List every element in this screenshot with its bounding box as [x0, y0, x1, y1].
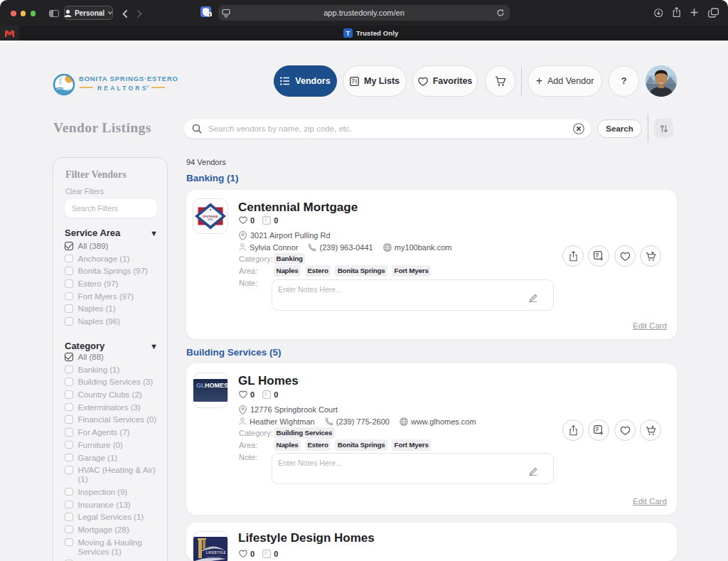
svg-text:®: ® [146, 85, 149, 89]
svg-text:CENTENNIAL: CENTENNIAL [202, 215, 219, 218]
svg-text:DESIGN HOMES: DESIGN HOMES [207, 556, 221, 558]
svg-text:HOMES: HOMES [205, 382, 228, 389]
svg-text:REALTORS: REALTORS [97, 85, 149, 92]
svg-text:BONITA SPRINGS·ESTERO: BONITA SPRINGS·ESTERO [79, 75, 178, 82]
svg-text:LIFESTYLE: LIFESTYLE [206, 551, 226, 555]
svg-text:BANK: BANK [208, 218, 213, 221]
